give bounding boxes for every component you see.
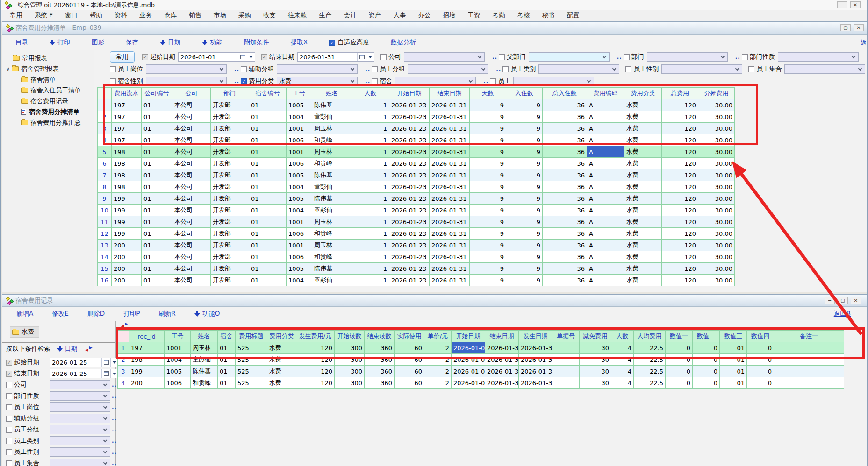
data-cell[interactable]: 本公司 (172, 123, 211, 134)
data-cell[interactable]: 水费 (624, 146, 662, 158)
tree-item-常用报表[interactable]: 常用报表 (6, 53, 81, 64)
data-cell[interactable]: 120 (662, 275, 698, 286)
panel2-back-link[interactable]: 返回B (834, 310, 851, 318)
data-cell[interactable]: 1004 (287, 275, 312, 286)
menu-item-14[interactable]: 资产 (363, 10, 387, 21)
data-cell[interactable]: 开发部 (211, 134, 249, 146)
data-cell[interactable]: 开发部 (211, 193, 249, 205)
tree-item-宿舍费用分摊清单[interactable]: 宿舍费用分摊清单 (6, 106, 81, 117)
data-cell[interactable]: 197 (112, 123, 142, 134)
data-cell[interactable]: 9 (470, 169, 506, 181)
data-cell[interactable]: 9 (506, 146, 543, 158)
filter-checkbox-员工分组[interactable] (372, 66, 378, 72)
data-cell[interactable]: A (587, 240, 624, 251)
data-cell[interactable]: 2026-01-31 (485, 366, 519, 377)
row-number-cell[interactable]: 7 (98, 169, 112, 181)
data-cell[interactable]: 2026-01-31 (430, 205, 470, 216)
data-cell[interactable]: 120 (662, 251, 698, 263)
column-header-rec_id[interactable]: rec_id (129, 331, 165, 342)
row-number-cell[interactable]: 16 (98, 275, 112, 286)
data-cell[interactable]: 0 (693, 366, 720, 377)
data-cell[interactable]: 120 (662, 263, 698, 275)
select-宿舍性别[interactable] (146, 77, 227, 86)
toolbar-item-图形[interactable]: 图形 (92, 38, 104, 47)
row-number-cell[interactable]: 1 (98, 99, 112, 111)
data-cell[interactable]: 开发部 (211, 216, 249, 228)
data-cell[interactable]: 01 (142, 134, 172, 146)
data-cell[interactable]: 01 (249, 99, 287, 111)
menu-item-17[interactable]: 招培 (437, 10, 462, 21)
data-cell[interactable]: 120 (662, 123, 698, 134)
select-公司[interactable] (404, 52, 485, 62)
data-cell[interactable]: 01 (249, 240, 287, 251)
menu-item-1[interactable]: 系统 F (29, 10, 59, 21)
data-cell[interactable]: 200 (112, 275, 142, 286)
data-cell[interactable]: 2026-01-23 (389, 158, 430, 169)
panel1-button-maximize[interactable]: ▢ (840, 24, 851, 31)
data-cell[interactable]: 9 (470, 240, 506, 251)
data-cell[interactable]: 童彭仙 (312, 205, 352, 216)
data-cell[interactable]: 2026-01-23 (389, 193, 430, 205)
data-cell[interactable]: 本公司 (172, 228, 211, 240)
calendar-icon[interactable] (238, 53, 247, 61)
data-cell[interactable]: 300 (335, 366, 365, 377)
data-cell[interactable]: 2026-01-31 (430, 181, 470, 193)
date-link[interactable]: 日期 (57, 345, 78, 353)
data-cell[interactable]: 2 (424, 366, 452, 377)
table-row[interactable]: 1119901本公司开发部011001周玉林12026-01-232026-01… (98, 216, 735, 228)
data-cell[interactable]: 0 (666, 342, 693, 354)
filter-checkbox-员工岗位[interactable] (6, 404, 12, 410)
select-费用分类[interactable]: 水费 (277, 77, 358, 86)
data-cell[interactable]: 开发部 (211, 123, 249, 134)
menu-item-22[interactable]: 配置 (561, 10, 586, 21)
data-cell[interactable]: 9 (470, 146, 506, 158)
data-cell[interactable]: 01 (720, 354, 747, 366)
data-cell[interactable]: 本公司 (172, 146, 211, 158)
data-cell[interactable]: 2026-01-23 (389, 111, 430, 123)
data-cell[interactable]: 01 (249, 216, 287, 228)
data-cell[interactable]: 1 (352, 99, 389, 111)
data-cell[interactable]: 1005 (287, 99, 312, 111)
menu-item-16[interactable]: 办公 (412, 10, 437, 21)
tree-item-宿舍费用记录[interactable]: 宿舍费用记录 (6, 96, 81, 106)
data-cell[interactable]: 01 (142, 193, 172, 205)
data-cell[interactable]: 1 (352, 251, 389, 263)
select-员工分组[interactable] (408, 64, 488, 74)
data-cell[interactable]: 525 (236, 354, 267, 366)
data-cell[interactable]: 01 (249, 134, 287, 146)
table-row[interactable]: 31991005陈伟基01525水费1203003606022026-01-01… (118, 366, 844, 377)
data-cell[interactable]: 本公司 (172, 181, 211, 193)
data-cell[interactable]: 9 (506, 216, 543, 228)
data-cell[interactable]: 9 (470, 99, 506, 111)
data-cell[interactable]: 9 (506, 123, 543, 134)
select-员工类别[interactable] (50, 436, 110, 445)
column-header-备注一[interactable]: 备注一 (774, 331, 844, 342)
checkbox-checked-icon[interactable]: ✓ (329, 40, 335, 46)
column-header-人数[interactable]: 人数 (611, 331, 634, 342)
data-cell[interactable]: 2026-01-31 (519, 377, 552, 389)
select-辅助分组[interactable] (50, 414, 110, 423)
data-cell[interactable]: 开发部 (211, 181, 249, 193)
select-员工性别[interactable] (50, 447, 110, 457)
data-cell[interactable]: 36 (543, 134, 587, 146)
column-header-发生日期[interactable]: 发生日期 (519, 331, 552, 342)
filter-checkbox-公司[interactable] (380, 54, 387, 60)
data-cell[interactable]: 1 (352, 240, 389, 251)
data-cell[interactable]: 30.00 (698, 205, 735, 216)
data-cell[interactable]: 1 (352, 158, 389, 169)
data-cell[interactable]: 2 (424, 342, 452, 354)
data-cell[interactable]: 陈伟基 (312, 193, 352, 205)
data-cell[interactable]: 525 (236, 377, 267, 389)
select-公司[interactable] (50, 380, 110, 389)
data-cell[interactable]: 360 (365, 366, 395, 377)
data-cell[interactable]: 30.00 (698, 158, 735, 169)
data-cell[interactable]: 60 (395, 366, 424, 377)
data-cell[interactable]: 2026-01-23 (389, 146, 430, 158)
data-cell[interactable]: 4 (611, 366, 634, 377)
data-cell[interactable]: 120 (296, 377, 335, 389)
data-cell[interactable]: 30.00 (698, 240, 735, 251)
data-cell[interactable]: 水费 (624, 251, 662, 263)
data-cell[interactable]: 水费 (624, 169, 662, 181)
data-cell[interactable]: 2026-01-23 (389, 123, 430, 134)
data-cell[interactable]: 01 (142, 205, 172, 216)
